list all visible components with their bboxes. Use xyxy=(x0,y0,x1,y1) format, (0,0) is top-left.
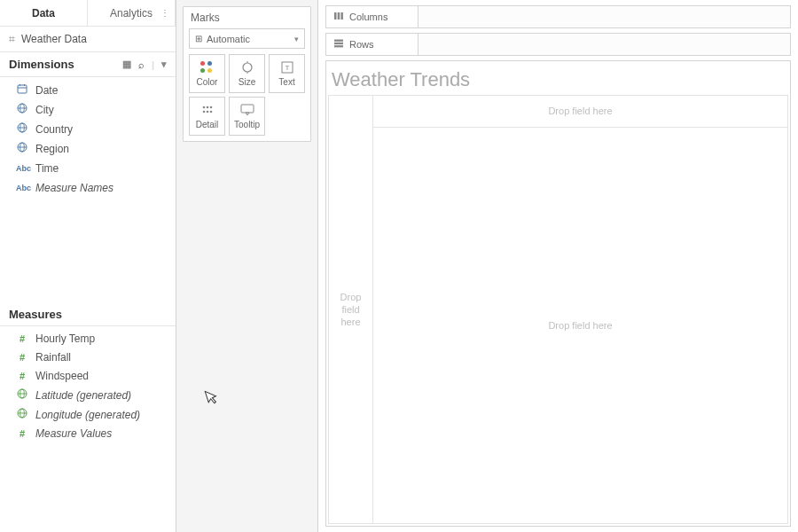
svg-point-26 xyxy=(206,111,208,113)
marks-panel: Marks ⊞ Automatic ▾ Color Size T xyxy=(176,0,318,532)
svg-point-27 xyxy=(209,111,212,113)
color-icon xyxy=(200,60,214,74)
data-panel: Data Analytics ⋮ ⌗ Weather Data Dimensio… xyxy=(0,0,176,532)
measures-list: #Hourly Temp#Rainfall#WindspeedLatitude … xyxy=(0,326,176,532)
field-label: Windspeed xyxy=(35,370,89,383)
field-label: Hourly Temp xyxy=(35,332,95,346)
columns-text: Columns xyxy=(349,12,387,22)
marks-detail-button[interactable]: Detail xyxy=(189,97,225,136)
rows-drop-zone[interactable] xyxy=(419,34,790,55)
marks-title: Marks xyxy=(184,7,310,28)
columns-drop-zone[interactable] xyxy=(419,6,790,27)
rows-shelf[interactable]: Rows xyxy=(325,33,791,56)
dimension-field[interactable]: Region xyxy=(0,139,176,159)
field-label: Country xyxy=(35,123,73,137)
marks-color-label: Color xyxy=(197,77,218,87)
svg-rect-28 xyxy=(241,105,254,113)
svg-point-22 xyxy=(202,106,205,109)
side-tabs: Data Analytics ⋮ xyxy=(0,0,176,27)
tab-data-label: Data xyxy=(32,7,55,20)
row-drop-zone[interactable]: Drop field here xyxy=(329,96,373,523)
field-label: Measure Values xyxy=(35,427,112,441)
date-icon xyxy=(16,83,28,98)
num-icon: # xyxy=(16,332,28,346)
svg-point-23 xyxy=(206,106,208,109)
color-dot xyxy=(200,61,205,66)
search-icon[interactable]: ⌕ xyxy=(138,59,145,70)
view-grid-icon[interactable]: ▦ xyxy=(122,59,131,70)
measure-field[interactable]: Latitude (generated) xyxy=(0,386,176,405)
columns-icon xyxy=(333,12,344,22)
dimension-field[interactable]: AbcTime xyxy=(0,159,176,178)
datasource-name: Weather Data xyxy=(21,33,87,45)
dimensions-list: DateCityCountryRegionAbcTimeAbcMeasure N… xyxy=(0,77,176,201)
column-drop-zone[interactable]: Drop field here xyxy=(373,96,787,128)
columns-shelf[interactable]: Columns xyxy=(325,5,791,28)
svg-rect-34 xyxy=(334,45,343,47)
field-label: Rainfall xyxy=(35,351,71,364)
sheet-title[interactable]: Weather Trends xyxy=(326,61,790,95)
marks-color-button[interactable]: Color xyxy=(189,54,225,93)
num-icon: # xyxy=(16,370,28,383)
measure-field[interactable]: #Rainfall xyxy=(0,348,176,367)
svg-rect-31 xyxy=(340,12,343,20)
svg-text:T: T xyxy=(285,64,289,72)
rows-icon xyxy=(333,39,344,50)
marks-type-icon: ⊞ xyxy=(195,34,202,43)
dimension-field[interactable]: Country xyxy=(0,120,176,139)
tab-more-icon[interactable]: ⋮ xyxy=(160,8,169,18)
tab-analytics[interactable]: Analytics ⋮ xyxy=(88,0,176,26)
svg-rect-32 xyxy=(334,40,343,42)
detail-icon xyxy=(201,103,214,117)
datasource-row[interactable]: ⌗ Weather Data xyxy=(0,27,176,52)
main-drop-zone[interactable]: Drop field here xyxy=(373,128,787,523)
num-icon: # xyxy=(16,351,28,364)
rows-text: Rows xyxy=(349,39,374,50)
num-icon: # xyxy=(16,427,28,441)
dimension-field[interactable]: AbcMeasure Names xyxy=(0,178,176,198)
dimension-field[interactable]: City xyxy=(0,100,176,120)
dropdown-caret-icon[interactable]: ▾ xyxy=(161,59,167,70)
svg-point-24 xyxy=(209,106,212,109)
column-drop-hint: Drop field here xyxy=(548,105,612,117)
tab-data[interactable]: Data xyxy=(0,0,88,26)
measure-field[interactable]: Longitude (generated) xyxy=(0,405,176,425)
color-dot xyxy=(207,61,212,66)
field-label: Measure Names xyxy=(35,182,113,195)
measures-header: Measures xyxy=(0,303,176,326)
spacer xyxy=(0,201,176,303)
abc-icon: Abc xyxy=(16,161,28,176)
measure-field[interactable]: #Measure Values xyxy=(0,425,176,443)
datasource-icon: ⌗ xyxy=(9,33,15,45)
sheet-area: Weather Trends Drop field here Drop fiel… xyxy=(325,60,791,527)
canvas: Drop field here Drop field here Drop fie… xyxy=(328,95,788,524)
marks-tooltip-button[interactable]: Tooltip xyxy=(229,97,265,136)
measure-field[interactable]: #Windspeed xyxy=(0,367,176,386)
divider: | xyxy=(152,59,154,70)
tooltip-icon xyxy=(240,103,254,117)
marks-tooltip-label: Tooltip xyxy=(234,120,260,129)
columns-shelf-label: Columns xyxy=(326,6,419,27)
marks-buttons: Color Size T Text xyxy=(184,54,310,141)
col-zone: Drop field here Drop field here xyxy=(373,96,787,523)
field-label: Region xyxy=(35,143,69,156)
color-dot xyxy=(207,68,212,73)
marks-size-button[interactable]: Size xyxy=(229,54,265,93)
globe-icon xyxy=(16,103,28,117)
dimension-field[interactable]: Date xyxy=(0,81,176,100)
main-drop-hint: Drop field here xyxy=(548,319,612,332)
dimensions-header: Dimensions ▦ ⌕ | ▾ xyxy=(0,52,176,77)
marks-card: Marks ⊞ Automatic ▾ Color Size T xyxy=(183,6,311,142)
globe-icon xyxy=(16,142,28,156)
marks-size-label: Size xyxy=(239,77,255,87)
size-icon xyxy=(240,60,254,74)
marks-text-label: Text xyxy=(278,77,294,87)
field-label: City xyxy=(35,104,54,117)
measure-field[interactable]: #Hourly Temp xyxy=(0,330,176,348)
text-icon: T xyxy=(281,60,293,74)
dimensions-tools: ▦ ⌕ | ▾ xyxy=(122,59,167,70)
marks-type-select[interactable]: ⊞ Automatic ▾ xyxy=(189,28,305,49)
marks-text-button[interactable]: T Text xyxy=(269,54,305,93)
svg-point-25 xyxy=(202,111,205,113)
marks-type-value: Automatic xyxy=(207,34,250,44)
